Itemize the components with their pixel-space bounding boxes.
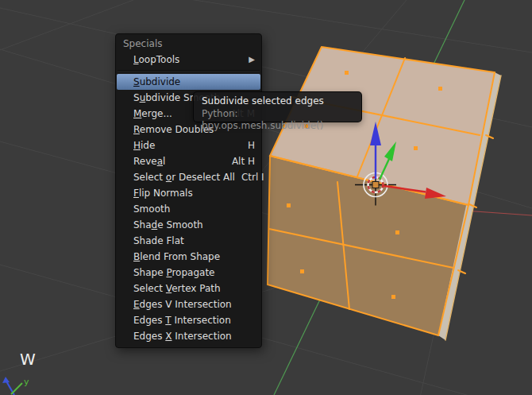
menu-title: Specials [116, 36, 261, 52]
subdivide-tooltip: Subdivide selected edges Python: bpy.ops… [193, 91, 362, 122]
menu-item-blend-from-shape[interactable]: Blend From Shape [117, 249, 260, 265]
menu-separator [118, 70, 260, 72]
menu-item-edges-t-intersection[interactable]: Edges T Intersection [117, 312, 260, 328]
menu-item-label: Edges T Intersection [133, 312, 255, 328]
viewport-canvas[interactable]: y [0, 0, 532, 395]
menu-item-label: Shade Flat [133, 233, 255, 249]
menu-item-flip-normals[interactable]: Flip Normals [117, 185, 260, 201]
menu-item-shape-propagate[interactable]: Shape Propagate [117, 265, 260, 281]
menu-item-label: LoopTools [133, 52, 242, 68]
mini-axis-gizmo: y [2, 377, 29, 395]
menu-item-edges-v-intersection[interactable]: Edges V Intersection [117, 296, 260, 312]
menu-item-label: Flip Normals [133, 185, 255, 201]
menu-item-label: Smooth [133, 201, 255, 217]
view-label: W [20, 350, 36, 369]
tooltip-title: Subdivide selected edges [202, 95, 353, 108]
menu-item-select-vertex-path[interactable]: Select Vertex Path [117, 281, 260, 296]
menu-item-label: Blend From Shape [133, 249, 255, 265]
menu-item-smooth[interactable]: Smooth [117, 201, 260, 217]
submenu-arrow-icon: ▶ [249, 52, 255, 68]
menu-item-subdivide[interactable]: Subdivide [117, 74, 260, 90]
tooltip-python: Python: bpy.ops.mesh.subdivide() [202, 108, 353, 132]
menu-item-shade-smooth[interactable]: Shade Smooth [117, 217, 260, 233]
menu-item-label: Hide [133, 137, 241, 153]
menu-item-shortcut: Ctrl I [241, 169, 264, 185]
menu-item-looptools[interactable]: LoopTools▶ [117, 52, 260, 68]
menu-item-shortcut: Alt H [232, 153, 255, 169]
menu-item-label: Edges X Intersection [133, 328, 255, 344]
menu-item-label: Shade Smooth [133, 217, 255, 233]
menu-item-label: Select Vertex Path [133, 281, 255, 296]
menu-item-label: Select or Deselect All [133, 169, 235, 185]
menu-item-reveal[interactable]: RevealAlt H [117, 153, 260, 169]
menu-item-hide[interactable]: HideH [117, 137, 260, 153]
manipulator-center[interactable] [372, 182, 379, 188]
menu-item-shortcut: H [248, 137, 255, 153]
specials-context-menu: Specials LoopTools▶SubdivideSubdivide Sm… [115, 33, 262, 348]
menu-item-select-or-deselect-all[interactable]: Select or Deselect AllCtrl I [117, 169, 260, 185]
menu-item-label: Reveal [133, 153, 226, 169]
blender-3d-viewport[interactable]: y W Specials LoopTools▶SubdivideSubdivid… [0, 0, 532, 395]
menu-item-label: Subdivide [133, 74, 255, 90]
menu-item-edges-x-intersection[interactable]: Edges X Intersection [117, 328, 260, 344]
menu-item-shade-flat[interactable]: Shade Flat [117, 233, 260, 249]
menu-item-label: Edges V Intersection [133, 296, 255, 312]
menu-item-label: Shape Propagate [133, 265, 255, 281]
mini-axis-y-label: y [24, 377, 29, 387]
